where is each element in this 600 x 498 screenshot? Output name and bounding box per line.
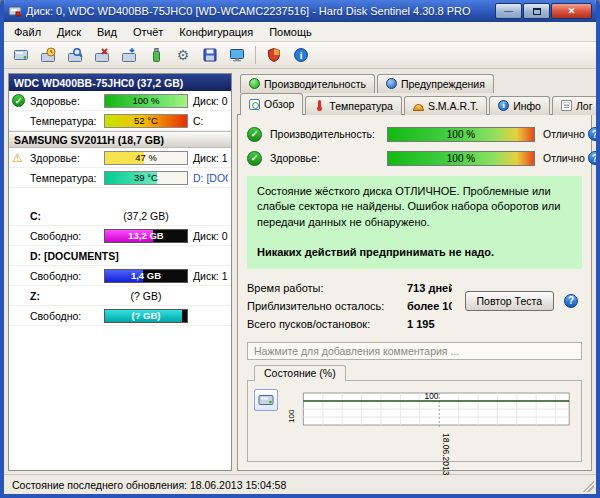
free-space-bar: 1,4 GB (104, 269, 188, 283)
status-bar: Состояние последнего обновления: 18.06.2… (4, 474, 596, 494)
health-gauge-row: ✓ Здоровье: 100 % Отлично ? (247, 146, 582, 170)
tab-label: S.M.A.R.T. (428, 100, 478, 112)
start-stop-row: Всего пусков/остановок: 1 195 (247, 315, 452, 333)
health-chart-svg: 100 100 18.06.2013 (284, 389, 575, 475)
chart-disk-legend-button[interactable] (254, 389, 278, 411)
usb-device-icon (148, 47, 164, 63)
resize-grip[interactable] (582, 480, 594, 492)
disk-sidebar: WDC WD400BB-75JHC0 (37,2 GB) ✓ Здоровье:… (8, 73, 232, 471)
disk-0-health-row[interactable]: ✓ Здоровье: 100 % Диск: 0 (9, 91, 231, 111)
retest-button[interactable]: Повтор Теста (465, 291, 554, 311)
toolbar: ⚙ i (4, 42, 596, 69)
menu-file[interactable]: Файл (6, 24, 49, 40)
menu-report[interactable]: Отчёт (125, 24, 171, 40)
app-icon (8, 4, 22, 18)
retest-help-icon[interactable]: ? (564, 294, 578, 308)
tab-info[interactable]: i Инфо (489, 96, 550, 115)
performance-rating: Отлично (538, 128, 585, 140)
tab-row-primary: Обзор Температура S.M.A.R.T. i Инфо Лог (237, 93, 592, 115)
partition-c-free-row[interactable]: Свободно: 13,2 GB Диск: 0 (9, 226, 231, 246)
minimize-button[interactable]: — (495, 3, 522, 19)
overview-tab-icon (249, 99, 260, 110)
disk-test-button[interactable] (62, 44, 88, 67)
performance-help-icon[interactable]: ? (588, 127, 600, 141)
chart-point-label: 100 (425, 390, 439, 400)
shield-button[interactable] (261, 44, 287, 67)
temp-label: Температура: (30, 115, 102, 127)
disk-0-header[interactable]: WDC WD400BB-75JHC0 (37,2 GB) (9, 74, 231, 91)
content-area: WDC WD400BB-75JHC0 (37,2 GB) ✓ Здоровье:… (4, 69, 596, 474)
health-label: Здоровье: (30, 152, 102, 164)
menu-view[interactable]: Вид (89, 24, 125, 40)
caption-buttons: — ✕ (495, 3, 592, 19)
free-space-bar: 13,2 GB (104, 229, 188, 243)
health-history-chart: 100 100 18.06.2013 (284, 389, 575, 457)
monitor-button[interactable] (224, 44, 250, 67)
remaining-row: Приблизительно осталось: более 100 дня(е… (247, 297, 452, 315)
temp-bar: 39 °C (104, 171, 188, 185)
chart-y-tick: 100 (287, 409, 296, 423)
health-help-icon[interactable]: ? (588, 151, 600, 165)
disk-0-temp-row[interactable]: Температура: 52 °C C: (9, 111, 231, 131)
tab-performance[interactable]: Производительность (240, 74, 375, 93)
info-icon: i (293, 47, 309, 63)
disk-number: Диск: 1 (190, 152, 228, 164)
tab-label: Инфо (513, 100, 541, 112)
comment-input[interactable]: Нажмите для добавления комментария ... (247, 342, 582, 360)
start-stop-label: Всего пусков/остановок: (247, 318, 407, 330)
disk-test-icon (67, 47, 83, 63)
tab-alerts[interactable]: Предупреждения (377, 74, 494, 93)
save-icon (202, 47, 218, 63)
partition-z-free-row[interactable]: Свободно: (? GB) (9, 306, 231, 326)
health-history-groupbox: Состояние (%) (247, 380, 582, 462)
power-on-value: 713 дней(ей), 5 ча (407, 282, 452, 294)
disk-1-temp-row[interactable]: Температура: 39 °C D: [DOCUMENTS] (9, 168, 231, 188)
disk-info-button[interactable] (116, 44, 142, 67)
menu-disk[interactable]: Диск (49, 24, 89, 40)
remaining-value: более 100 дня(ей) (407, 300, 452, 312)
performance-label: Производительность: (270, 128, 384, 140)
disk-number: Диск: 1 (190, 270, 228, 282)
hard-disk-button[interactable] (8, 44, 34, 67)
status-action-text: Никаких действий предпринимать не надо. (257, 245, 572, 260)
disk-statistics: Время работы: 713 дней(ей), 5 ча Приблиз… (247, 279, 582, 333)
partition-d-row[interactable]: D: [DOCUMENTS] (9, 246, 231, 266)
temp-bar: 52 °C (104, 114, 188, 128)
partition-z-row[interactable]: Z: (? GB) (9, 286, 231, 306)
save-report-button[interactable] (197, 44, 223, 67)
tab-temperature[interactable]: Температура (305, 96, 402, 115)
info-tab-icon: i (498, 100, 509, 111)
tab-smart[interactable]: S.M.A.R.T. (404, 96, 487, 115)
tab-row-secondary: Производительность Предупреждения (237, 73, 592, 93)
menu-help[interactable]: Помощь (261, 24, 320, 40)
health-bar: 100 % (387, 151, 535, 166)
settings-gear-button[interactable]: ⚙ (170, 44, 196, 67)
usb-device-button[interactable] (143, 44, 169, 67)
health-ok-icon: ✓ (247, 151, 262, 166)
disk-number: Диск: 0 (190, 230, 228, 242)
health-label: Здоровье: (30, 95, 102, 107)
performance-bar: 100 % (387, 127, 535, 142)
partition-size: (? GB) (104, 290, 188, 302)
disk-remove-button[interactable] (89, 44, 115, 67)
chart-x-tick-date: 18.06.2013 (441, 433, 451, 475)
power-on-row: Время работы: 713 дней(ей), 5 ча (247, 279, 452, 297)
close-button[interactable]: ✕ (551, 3, 592, 19)
health-ok-icon: ✓ (12, 94, 25, 107)
maximize-button[interactable] (523, 3, 550, 19)
partition-name: D: [DOCUMENTS] (30, 250, 188, 262)
disk-alarm-button[interactable] (35, 44, 61, 67)
disk-status-message: Состояние жёсткого диска ОТЛИЧНОЕ. Пробл… (247, 176, 582, 269)
sidebar-spacer (9, 188, 231, 206)
health-label: Здоровье: (270, 152, 384, 164)
partition-c-row[interactable]: C: (37,2 GB) (9, 206, 231, 226)
status-bar-text: Состояние последнего обновления: 18.06.2… (12, 479, 286, 491)
tab-overview[interactable]: Обзор (240, 93, 303, 115)
info-button[interactable]: i (288, 44, 314, 67)
menu-configuration[interactable]: Конфигурация (171, 24, 261, 40)
log-tab-icon (561, 100, 572, 111)
disk-1-header[interactable]: SAMSUNG SV2011H (18,7 GB) (9, 131, 231, 148)
tab-log[interactable]: Лог (552, 96, 600, 115)
disk-1-health-row[interactable]: ⚠ Здоровье: 47 % Диск: 1 (9, 148, 231, 168)
partition-d-free-row[interactable]: Свободно: 1,4 GB Диск: 1 (9, 266, 231, 286)
